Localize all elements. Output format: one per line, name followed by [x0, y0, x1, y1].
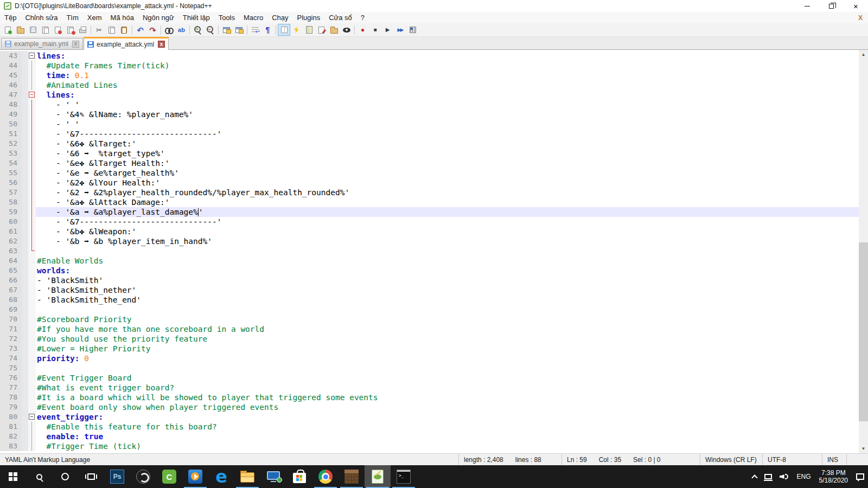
- function-list-icon[interactable]: [290, 24, 303, 36]
- taskbar-photoshop[interactable]: Ps: [104, 465, 130, 488]
- bookmark-margin[interactable]: [22, 158, 28, 168]
- menu-item-run[interactable]: Chạy: [267, 12, 292, 23]
- network-icon[interactable]: [761, 465, 776, 488]
- document-map-icon[interactable]: [303, 24, 315, 36]
- code-line-69[interactable]: 69: [0, 305, 859, 314]
- taskbar-task-view[interactable]: [78, 465, 104, 488]
- bookmark-margin[interactable]: [22, 412, 28, 422]
- code-line-64[interactable]: 64#Enable Worlds: [0, 256, 859, 266]
- menu-item-language[interactable]: Ngôn ngữ: [138, 12, 178, 23]
- fold-margin[interactable]: [28, 51, 36, 61]
- open-file-icon[interactable]: [14, 24, 27, 36]
- sync-horizontal-icon[interactable]: [233, 24, 245, 36]
- code-line-58[interactable]: 58 - '&a✤ &lAttack Damage:': [0, 197, 859, 207]
- word-wrap-icon[interactable]: ↩: [249, 24, 261, 36]
- bookmark-margin[interactable]: [22, 139, 28, 149]
- bookmark-margin[interactable]: [22, 236, 28, 246]
- bookmark-margin[interactable]: [22, 402, 28, 412]
- taskbar-file-explorer[interactable]: [234, 465, 260, 488]
- taskbar-chrome[interactable]: [312, 465, 339, 488]
- fold-marker[interactable]: [29, 414, 35, 420]
- code-line-50[interactable]: 50 - ' ': [0, 119, 859, 129]
- status-length[interactable]: length : 2,408 lines : 88: [458, 454, 561, 465]
- redo-icon[interactable]: ↷: [146, 24, 159, 36]
- minimize-button[interactable]: [795, 0, 819, 12]
- bookmark-margin[interactable]: [22, 393, 28, 402]
- copy-icon[interactable]: [105, 24, 118, 36]
- code-line-81[interactable]: 81 #Enable this feature for this board?: [0, 422, 859, 432]
- fold-margin[interactable]: [28, 402, 36, 412]
- menu-item-help[interactable]: ?: [356, 12, 369, 23]
- document-list-icon[interactable]: [315, 24, 328, 36]
- find-icon[interactable]: [163, 24, 175, 36]
- code-line-77[interactable]: 77#What is event trigger board?: [0, 383, 859, 393]
- fold-margin[interactable]: [28, 110, 36, 119]
- taskbar-start[interactable]: [0, 465, 26, 488]
- taskbar-cortana[interactable]: [52, 465, 78, 488]
- bookmark-margin[interactable]: [22, 70, 28, 80]
- bookmark-margin[interactable]: [22, 363, 28, 373]
- code-line-48[interactable]: 48 - ' ': [0, 100, 859, 110]
- status-encoding[interactable]: UTF-8: [762, 454, 822, 465]
- sync-vertical-icon[interactable]: [220, 24, 233, 36]
- code-line-51[interactable]: 51 - '&7-----------------------------': [0, 129, 859, 139]
- print-icon[interactable]: [76, 24, 89, 36]
- code-line-75[interactable]: 75: [0, 363, 859, 373]
- macro-stop-icon[interactable]: ■: [369, 24, 381, 36]
- bookmark-margin[interactable]: [22, 188, 28, 197]
- fold-margin[interactable]: [28, 246, 36, 256]
- undo-icon[interactable]: ↶: [134, 24, 146, 36]
- tab-close-icon[interactable]: x: [158, 41, 165, 48]
- fold-margin[interactable]: [28, 197, 36, 207]
- action-center-icon[interactable]: [852, 465, 868, 488]
- close-button[interactable]: ×: [844, 0, 868, 12]
- fold-margin[interactable]: [28, 334, 36, 344]
- indent-guide-icon[interactable]: [278, 24, 290, 36]
- fold-margin[interactable]: [28, 90, 36, 100]
- editor[interactable]: 43lines:44 #Update Frames Timer(tick)45 …: [0, 50, 868, 453]
- status-caret-position[interactable]: Ln : 59 Col : 35 Sel : 0 | 0: [561, 454, 700, 465]
- fold-margin[interactable]: [28, 149, 36, 158]
- macro-record-icon[interactable]: ●: [356, 24, 369, 36]
- volume-icon[interactable]: [776, 465, 793, 488]
- fold-margin[interactable]: [28, 236, 36, 246]
- bookmark-margin[interactable]: [22, 168, 28, 178]
- restore-button[interactable]: [819, 0, 844, 12]
- status-eol-format[interactable]: Windows (CR LF): [700, 454, 762, 465]
- bookmark-margin[interactable]: [22, 227, 28, 236]
- fold-margin[interactable]: [28, 354, 36, 363]
- tab-example_main-yml[interactable]: example_main.ymlx: [1, 38, 83, 49]
- taskbar-notepad-plus-plus[interactable]: [365, 465, 391, 488]
- fold-margin[interactable]: [28, 295, 36, 305]
- fold-margin[interactable]: [28, 412, 36, 422]
- code-line-62[interactable]: 62 - '&b ➡ &b %player_item_in_hand%': [0, 236, 859, 246]
- show-all-chars-icon[interactable]: ¶: [261, 24, 274, 36]
- bookmark-margin[interactable]: [22, 246, 28, 256]
- code-line-67[interactable]: 67- 'BlackSmith_nether': [0, 285, 859, 295]
- bookmark-margin[interactable]: [22, 285, 28, 295]
- code-line-79[interactable]: 79#Event board only show when player tri…: [0, 402, 859, 412]
- menu-item-tools[interactable]: Tools: [214, 12, 239, 23]
- bookmark-margin[interactable]: [22, 344, 28, 354]
- code-line-59[interactable]: 59 - '&a ➡ &a%player_last_damage%': [0, 207, 859, 217]
- bookmark-margin[interactable]: [22, 354, 28, 363]
- bookmark-margin[interactable]: [22, 149, 28, 158]
- code-line-82[interactable]: 82 enable: true: [0, 432, 859, 441]
- bookmark-margin[interactable]: [22, 61, 28, 70]
- menu-item-macro[interactable]: Macro: [239, 12, 267, 23]
- code-line-66[interactable]: 66- 'BlackSmith': [0, 275, 859, 285]
- tray-expand-icon[interactable]: [749, 465, 761, 488]
- menu-item-plugins[interactable]: Plugins: [293, 12, 325, 23]
- macro-run-multiple-icon[interactable]: ▶▶: [394, 24, 406, 36]
- macro-save-icon[interactable]: [406, 24, 419, 36]
- fold-margin[interactable]: [28, 422, 36, 432]
- macro-play-icon[interactable]: ▶: [381, 24, 394, 36]
- taskbar-media-player[interactable]: [182, 465, 208, 488]
- code-line-72[interactable]: 72#You should use the priority feature: [0, 334, 859, 344]
- fold-margin[interactable]: [28, 305, 36, 314]
- fold-marker[interactable]: [29, 92, 35, 98]
- bookmark-margin[interactable]: [22, 129, 28, 139]
- code-line-44[interactable]: 44 #Update Frames Timer(tick): [0, 61, 859, 70]
- fold-margin[interactable]: [28, 432, 36, 441]
- tab-example_attack-yml[interactable]: example_attack.ymlx: [84, 37, 169, 50]
